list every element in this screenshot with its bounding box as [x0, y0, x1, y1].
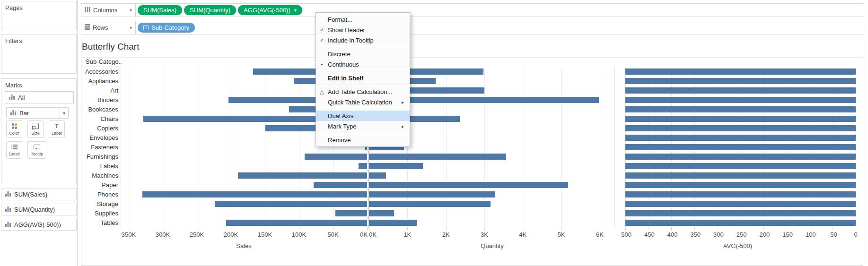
axis-tick-label: 50K [318, 231, 348, 238]
bar-AVG(-500)-Storage[interactable] [625, 201, 856, 207]
tick-mark [856, 228, 856, 230]
pages-shelf[interactable]: Pages [1, 1, 77, 30]
menu-item-format[interactable]: Format... [316, 14, 410, 25]
bar-Sales-Storage[interactable] [215, 201, 367, 207]
bar-AVG(-500)-Paper[interactable] [625, 182, 856, 188]
columns-pills: SUM(Sales)SUM(Quantity)AGG(AVG(-500))▾ [138, 5, 302, 15]
bar-Quantity-Supplies[interactable] [369, 210, 394, 216]
row-label-Labels[interactable]: Labels [43, 162, 118, 171]
bar-Quantity-Tables[interactable] [369, 220, 417, 226]
row-label-Fasteners[interactable]: Fasteners [43, 143, 118, 152]
pill-caret-icon[interactable]: ▾ [294, 8, 297, 13]
menu-item-add-table-calculation[interactable]: △Add Table Calculation... [316, 86, 410, 97]
rows-shelf-label-box[interactable]: Rows ▾ [81, 21, 136, 34]
mark-type-value: Bar [19, 110, 29, 117]
bar-AVG(-500)-Envelopes[interactable] [625, 135, 856, 141]
marks-all-label: All [18, 94, 25, 101]
tooltip-icon [34, 144, 40, 150]
bar-Sales-Supplies[interactable] [335, 210, 367, 216]
axis-title-Sales: Sales [211, 242, 277, 249]
bar-chart-icon [10, 110, 16, 117]
menu-item-label: Discrete [328, 51, 410, 58]
bar-AVG(-500)-Fasteners[interactable] [625, 144, 856, 150]
bar-Quantity-Paper[interactable] [369, 182, 568, 188]
shelf-pill-SUM(Quantity)[interactable]: SUM(Quantity) [184, 5, 236, 15]
gridline [856, 67, 856, 228]
size-button[interactable]: Size [27, 120, 44, 138]
row-label-Phones[interactable]: Phones [43, 190, 118, 199]
columns-shelf[interactable]: Columns ▾ SUM(Sales)SUM(Quantity)AGG(AVG… [81, 3, 863, 17]
chevron-down-icon[interactable]: ▾ [130, 25, 132, 30]
bar-AVG(-500)-Phones[interactable] [625, 191, 856, 197]
bar-AVG(-500)-Appliances[interactable] [625, 78, 856, 84]
row-label-Accessories[interactable]: Accessories [43, 67, 118, 77]
detail-button[interactable]: Detail [6, 141, 22, 159]
bar-AVG(-500)-Bookcases[interactable] [625, 106, 856, 112]
bar-AVG(-500)-Binders[interactable] [625, 97, 856, 103]
columns-shelf-label-box[interactable]: Columns ▾ [81, 4, 136, 17]
row-label-Paper[interactable]: Paper [43, 180, 118, 190]
row-label-Art[interactable]: Art [43, 86, 118, 95]
bar-AVG(-500)-Accessories[interactable] [625, 69, 856, 75]
bar-Sales-Furnishings[interactable] [305, 154, 367, 160]
bar-Quantity-Machines[interactable] [369, 172, 386, 179]
row-label-Envelopes[interactable]: Envelopes [43, 133, 118, 143]
pill-label: SUM(Quantity) [190, 7, 230, 14]
bar-AVG(-500)-Machines[interactable] [625, 172, 856, 179]
shelf-pill-Sub-Category[interactable]: +Sub-Category [138, 23, 195, 33]
menu-item-label: Mark Type [328, 123, 402, 130]
row-label-Copiers[interactable]: Copiers [43, 124, 118, 133]
row-label-Tables[interactable]: Tables [43, 218, 118, 228]
shelf-pill-AGG(AVG(-500))[interactable]: AGG(AVG(-500))▾ [238, 5, 302, 15]
menu-item-discrete[interactable]: Discrete [316, 49, 410, 59]
menu-item-quick-table-calculation[interactable]: Quick Table Calculation▸ [316, 97, 410, 107]
menu-item-continuous[interactable]: •Continuous [316, 59, 410, 69]
row-label-Bookcases[interactable]: Bookcases [43, 105, 118, 114]
bar-AVG(-500)-Tables[interactable] [625, 220, 856, 226]
row-label-Appliances[interactable]: Appliances [43, 77, 118, 86]
menu-item-dual-axis[interactable]: Dual Axis [316, 111, 410, 121]
bar-chart-icon [5, 191, 11, 198]
bar-AVG(-500)-Supplies[interactable] [625, 210, 856, 216]
hierarchy-plus-icon[interactable]: + [143, 25, 149, 30]
menu-item-include-in-tooltip[interactable]: ✓Include in Tooltip [316, 35, 410, 45]
axis-tick-label: 1K [392, 231, 422, 238]
row-label-Chairs[interactable]: Chairs [43, 114, 118, 124]
bar-Quantity-Storage[interactable] [369, 201, 491, 207]
bar-Quantity-Phones[interactable] [369, 191, 495, 197]
bar-AVG(-500)-Art[interactable] [625, 87, 856, 94]
shelf-pill-SUM(Sales)[interactable]: SUM(Sales) [138, 5, 182, 15]
row-label-Binders[interactable]: Binders [43, 95, 118, 105]
menu-item-edit-in-shelf[interactable]: Edit in Shelf [316, 73, 410, 83]
bar-Sales-Tables[interactable] [226, 220, 367, 226]
menu-item-mark-type[interactable]: Mark Type▸ [316, 121, 410, 131]
row-label-Storage[interactable]: Storage [43, 199, 118, 209]
bar-Quantity-Furnishings[interactable] [369, 154, 506, 160]
bar-AVG(-500)-Copiers[interactable] [625, 125, 856, 131]
tick-mark [561, 228, 562, 230]
bar-Sales-Paper[interactable] [314, 182, 367, 188]
color-button[interactable]: Color [6, 120, 22, 138]
bar-AVG(-500)-Furnishings[interactable] [625, 154, 856, 160]
bar-Sales-Phones[interactable] [142, 191, 367, 197]
bar-Sales-Labels[interactable] [359, 163, 367, 169]
menu-item-remove[interactable]: Remove [316, 135, 410, 145]
row-field-label[interactable]: Sub-Catego.. [86, 58, 122, 65]
bar-AVG(-500)-Chairs[interactable] [625, 116, 856, 122]
menu-separator [317, 133, 409, 133]
bullet-icon: • [316, 61, 328, 67]
chevron-down-icon[interactable]: ▾ [130, 8, 132, 13]
tick-mark [523, 228, 523, 230]
bar-Sales-Machines[interactable] [238, 172, 367, 179]
row-label-Machines[interactable]: Machines [43, 171, 118, 180]
check-icon: ✓ [316, 37, 328, 43]
bar-Quantity-Labels[interactable] [369, 163, 423, 169]
bar-chart-icon [9, 94, 15, 101]
rows-shelf[interactable]: Rows ▾ +Sub-Category [81, 21, 863, 34]
rows-pills: +Sub-Category [138, 23, 195, 33]
bar-AVG(-500)-Labels[interactable] [625, 163, 856, 169]
menu-item-show-header[interactable]: ✓Show Header [316, 25, 410, 35]
row-label-Supplies[interactable]: Supplies [43, 209, 118, 218]
row-label-Furnishings[interactable]: Furnishings [43, 152, 118, 162]
tick-mark [446, 228, 447, 230]
